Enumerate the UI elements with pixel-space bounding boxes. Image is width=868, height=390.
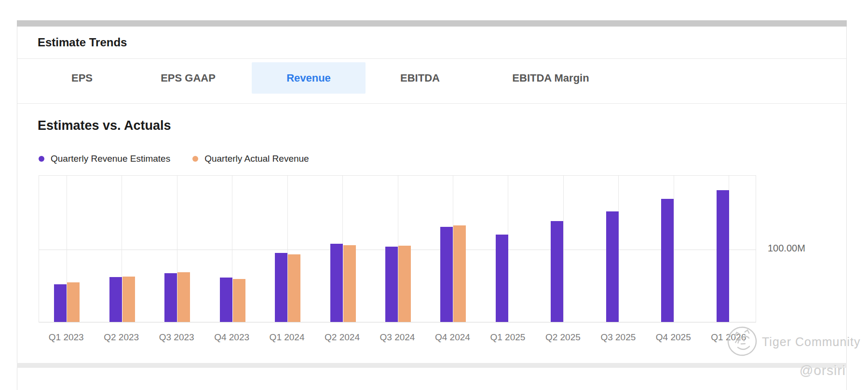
x-axis-label: Q3 2024 bbox=[366, 332, 429, 343]
estimate-trends-module: Estimate Trends EPS EPS GAAP Revenue EBI… bbox=[0, 0, 868, 390]
card-title: Estimate Trends bbox=[38, 36, 127, 49]
legend-item-actuals[interactable]: Quarterly Actual Revenue bbox=[192, 153, 309, 164]
tab-row-divider bbox=[17, 103, 846, 104]
bar-estimate-q1-2026[interactable] bbox=[717, 190, 729, 322]
bar-actual-q2-2024[interactable] bbox=[343, 245, 356, 322]
x-axis-label: Q3 2023 bbox=[145, 332, 208, 343]
legend-marker-estimates-icon bbox=[39, 156, 44, 162]
x-axis-label: Q2 2024 bbox=[311, 332, 374, 343]
bar-estimate-q2-2024[interactable] bbox=[330, 244, 343, 322]
top-section-divider bbox=[17, 20, 847, 27]
legend-item-estimates[interactable]: Quarterly Revenue Estimates bbox=[39, 153, 170, 164]
bar-estimate-q2-2025[interactable] bbox=[551, 221, 563, 322]
bar-actual-q1-2023[interactable] bbox=[67, 282, 80, 322]
x-axis-label: Q4 2025 bbox=[642, 332, 705, 343]
x-axis-label: Q2 2023 bbox=[90, 332, 153, 343]
legend-label-estimates: Quarterly Revenue Estimates bbox=[51, 153, 170, 164]
bar-estimate-q3-2024[interactable] bbox=[385, 247, 398, 322]
x-axis-label: Q4 2024 bbox=[421, 332, 484, 343]
tab-eps-gaap[interactable]: EPS GAAP bbox=[140, 62, 236, 94]
x-axis-label: Q4 2023 bbox=[201, 332, 263, 343]
bar-actual-q4-2023[interactable] bbox=[233, 279, 245, 322]
bar-estimate-q4-2023[interactable] bbox=[220, 278, 232, 322]
bar-estimate-q3-2023[interactable] bbox=[164, 273, 177, 322]
bar-estimate-q4-2024[interactable] bbox=[440, 227, 453, 322]
watermark-community-name: Tiger Community bbox=[762, 335, 860, 349]
x-axis-label: Q1 2023 bbox=[35, 332, 97, 343]
bar-actual-q2-2023[interactable] bbox=[122, 277, 135, 322]
tab-ebitda[interactable]: EBITDA bbox=[372, 62, 468, 94]
tab-ebitda-margin[interactable]: EBITDA Margin bbox=[488, 62, 613, 94]
x-axis-label: Q1 2024 bbox=[256, 332, 318, 343]
bar-actual-q4-2024[interactable] bbox=[453, 225, 466, 322]
bar-estimate-q2-2023[interactable] bbox=[109, 277, 122, 322]
bottom-section-divider bbox=[17, 363, 847, 368]
watermark-user-handle: @orsiri bbox=[800, 363, 846, 378]
y-axis-tick-label: 100.00M bbox=[768, 243, 805, 254]
plot-area bbox=[39, 175, 756, 322]
x-axis-label: Q3 2025 bbox=[587, 332, 650, 343]
bar-actual-q1-2024[interactable] bbox=[288, 254, 300, 322]
tiger-community-logo-icon bbox=[724, 323, 760, 360]
x-axis-label: Q1 2025 bbox=[476, 332, 539, 343]
x-axis-label: Q2 2025 bbox=[531, 332, 594, 343]
bar-estimate-q4-2025[interactable] bbox=[661, 199, 674, 322]
bar-actual-q3-2023[interactable] bbox=[177, 272, 190, 322]
legend-label-actuals: Quarterly Actual Revenue bbox=[204, 153, 309, 164]
tab-eps[interactable]: EPS bbox=[46, 62, 118, 94]
bar-estimate-q1-2023[interactable] bbox=[54, 284, 67, 322]
legend-marker-actuals-icon bbox=[192, 156, 198, 162]
section-title: Estimates vs. Actuals bbox=[38, 118, 171, 133]
bar-estimate-q3-2025[interactable] bbox=[606, 211, 619, 322]
tab-revenue[interactable]: Revenue bbox=[252, 62, 366, 94]
chart-legend: Quarterly Revenue Estimates Quarterly Ac… bbox=[39, 153, 309, 164]
bar-estimate-q1-2024[interactable] bbox=[275, 253, 287, 322]
bar-estimate-q1-2025[interactable] bbox=[496, 235, 508, 322]
bar-actual-q3-2024[interactable] bbox=[398, 246, 411, 322]
header-divider bbox=[17, 58, 846, 59]
